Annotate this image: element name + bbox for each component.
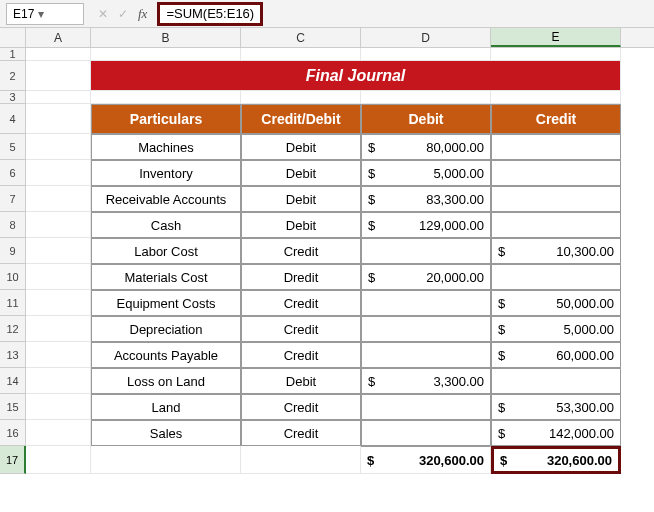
debit-value: 5,000.00 [433, 166, 484, 181]
table-row: 15LandCredit$53,300.00 [0, 394, 654, 420]
credit-cell[interactable] [491, 212, 621, 238]
header-debit: Debit [361, 104, 491, 134]
debit-cell[interactable] [361, 420, 491, 446]
particulars-cell[interactable]: Land [91, 394, 241, 420]
debit-cell[interactable]: $3,300.00 [361, 368, 491, 394]
credit-value: 53,300.00 [556, 400, 614, 415]
credit-debit-cell[interactable]: Debit [241, 368, 361, 394]
credit-debit-cell[interactable]: Debit [241, 212, 361, 238]
cancel-icon[interactable]: ✕ [98, 7, 108, 21]
debit-value: 83,300.00 [426, 192, 484, 207]
particulars-cell[interactable]: Accounts Payable [91, 342, 241, 368]
check-icon[interactable]: ✓ [118, 7, 128, 21]
credit-cell[interactable] [491, 264, 621, 290]
col-header-e[interactable]: E [491, 28, 621, 47]
credit-cell[interactable] [491, 186, 621, 212]
particulars-cell[interactable]: Labor Cost [91, 238, 241, 264]
credit-cell[interactable] [491, 134, 621, 160]
header-credit-debit: Credit/Debit [241, 104, 361, 134]
debit-cell[interactable]: $83,300.00 [361, 186, 491, 212]
debit-cell[interactable]: $80,000.00 [361, 134, 491, 160]
debit-cell[interactable]: $129,000.00 [361, 212, 491, 238]
total-credit-value: 320,600.00 [547, 453, 612, 468]
row-header[interactable]: 6 [0, 160, 26, 186]
table-row: 14Loss on LandDebit$3,300.00 [0, 368, 654, 394]
row-header[interactable]: 7 [0, 186, 26, 212]
table-row: 7Receivable AccountsDebit$83,300.00 [0, 186, 654, 212]
credit-cell[interactable]: $60,000.00 [491, 342, 621, 368]
debit-cell[interactable]: $20,000.00 [361, 264, 491, 290]
debit-value: 80,000.00 [426, 140, 484, 155]
table-row: 16SalesCredit$142,000.00 [0, 420, 654, 446]
debit-cell[interactable] [361, 290, 491, 316]
col-header-d[interactable]: D [361, 28, 491, 47]
particulars-cell[interactable]: Cash [91, 212, 241, 238]
credit-debit-cell[interactable]: Credit [241, 290, 361, 316]
particulars-cell[interactable]: Receivable Accounts [91, 186, 241, 212]
debit-cell[interactable]: $5,000.00 [361, 160, 491, 186]
col-header-c[interactable]: C [241, 28, 361, 47]
debit-cell[interactable] [361, 316, 491, 342]
formula-bar[interactable]: =SUM(E5:E16) [157, 2, 263, 26]
row-header[interactable]: 12 [0, 316, 26, 342]
particulars-cell[interactable]: Equipment Costs [91, 290, 241, 316]
row-header-1[interactable]: 1 [0, 48, 26, 61]
particulars-cell[interactable]: Materials Cost [91, 264, 241, 290]
debit-cell[interactable] [361, 394, 491, 420]
credit-cell[interactable]: $10,300.00 [491, 238, 621, 264]
credit-value: 60,000.00 [556, 348, 614, 363]
row-header[interactable]: 5 [0, 134, 26, 160]
row-header-4[interactable]: 4 [0, 104, 26, 134]
credit-debit-cell[interactable]: Credit [241, 420, 361, 446]
table-row: 13Accounts PayableCredit$60,000.00 [0, 342, 654, 368]
col-header-a[interactable]: A [26, 28, 91, 47]
total-credit-cell[interactable]: $320,600.00 [491, 446, 621, 474]
select-all-corner[interactable] [0, 28, 26, 47]
column-headers: A B C D E [0, 28, 654, 48]
credit-cell[interactable]: $142,000.00 [491, 420, 621, 446]
currency-symbol: $ [368, 166, 375, 181]
currency-symbol: $ [498, 348, 505, 363]
credit-cell[interactable]: $5,000.00 [491, 316, 621, 342]
row-header[interactable]: 14 [0, 368, 26, 394]
credit-cell[interactable] [491, 368, 621, 394]
credit-value: 5,000.00 [563, 322, 614, 337]
credit-cell[interactable]: $53,300.00 [491, 394, 621, 420]
debit-cell[interactable] [361, 342, 491, 368]
credit-debit-cell[interactable]: Credit [241, 394, 361, 420]
credit-debit-cell[interactable]: Credit [241, 316, 361, 342]
credit-value: 142,000.00 [549, 426, 614, 441]
particulars-cell[interactable]: Depreciation [91, 316, 241, 342]
name-box[interactable]: E17 ▾ [6, 3, 84, 25]
row-header-17[interactable]: 17 [0, 446, 26, 474]
formula-text: =SUM(E5:E16) [166, 6, 254, 21]
credit-debit-cell[interactable]: Credit [241, 342, 361, 368]
row-header[interactable]: 16 [0, 420, 26, 446]
credit-cell[interactable]: $50,000.00 [491, 290, 621, 316]
particulars-cell[interactable]: Loss on Land [91, 368, 241, 394]
credit-debit-cell[interactable]: Debit [241, 134, 361, 160]
total-debit-cell[interactable]: $320,600.00 [361, 446, 491, 474]
debit-cell[interactable] [361, 238, 491, 264]
row-header[interactable]: 13 [0, 342, 26, 368]
fx-icon[interactable]: fx [138, 6, 147, 22]
credit-debit-cell[interactable]: Credit [241, 238, 361, 264]
row-header[interactable]: 11 [0, 290, 26, 316]
col-header-b[interactable]: B [91, 28, 241, 47]
currency-symbol: $ [498, 244, 505, 259]
row-header[interactable]: 9 [0, 238, 26, 264]
table-row: 6InventoryDebit$5,000.00 [0, 160, 654, 186]
credit-cell[interactable] [491, 160, 621, 186]
row-header-2[interactable]: 2 [0, 61, 26, 91]
row-header[interactable]: 15 [0, 394, 26, 420]
credit-debit-cell[interactable]: Debit [241, 186, 361, 212]
particulars-cell[interactable]: Inventory [91, 160, 241, 186]
credit-debit-cell[interactable]: Debit [241, 160, 361, 186]
credit-debit-cell[interactable]: Dredit [241, 264, 361, 290]
row-header[interactable]: 10 [0, 264, 26, 290]
row-header-3[interactable]: 3 [0, 91, 26, 104]
chevron-down-icon[interactable]: ▾ [34, 7, 48, 21]
particulars-cell[interactable]: Machines [91, 134, 241, 160]
row-header[interactable]: 8 [0, 212, 26, 238]
particulars-cell[interactable]: Sales [91, 420, 241, 446]
